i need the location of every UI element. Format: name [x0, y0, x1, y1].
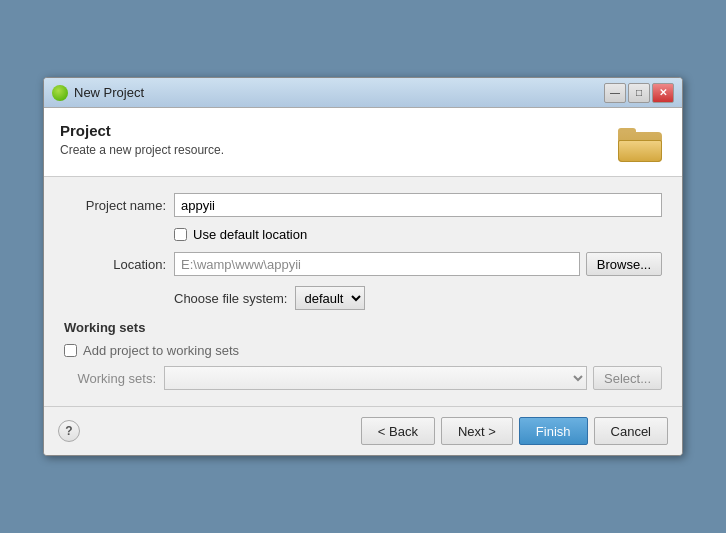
use-default-location-row: Use default location — [64, 227, 662, 242]
folder-icon — [618, 122, 666, 162]
add-to-working-sets-row: Add project to working sets — [64, 343, 662, 358]
location-label: Location: — [64, 257, 174, 272]
next-button[interactable]: Next > — [441, 417, 513, 445]
footer: ? < Back Next > Finish Cancel — [44, 406, 682, 455]
project-name-label: Project name: — [64, 198, 174, 213]
finish-button[interactable]: Finish — [519, 417, 588, 445]
minimize-button[interactable]: — — [604, 83, 626, 103]
browse-button[interactable]: Browse... — [586, 252, 662, 276]
header-title: Project — [60, 122, 224, 139]
header-text: Project Create a new project resource. — [60, 122, 224, 157]
location-row: Location: Browse... — [64, 252, 662, 276]
location-input[interactable] — [174, 252, 580, 276]
add-to-working-sets-checkbox[interactable] — [64, 344, 77, 357]
maximize-button[interactable]: □ — [628, 83, 650, 103]
help-button[interactable]: ? — [58, 420, 80, 442]
footer-buttons: < Back Next > Finish Cancel — [361, 417, 668, 445]
working-sets-section: Working sets Add project to working sets… — [64, 320, 662, 390]
add-to-working-sets-label: Add project to working sets — [83, 343, 239, 358]
project-name-row: Project name: — [64, 193, 662, 217]
filesystem-label: Choose file system: — [174, 291, 287, 306]
working-sets-select[interactable] — [164, 366, 587, 390]
working-sets-select-button[interactable]: Select... — [593, 366, 662, 390]
working-sets-dropdown-label: Working sets: — [64, 371, 164, 386]
window-controls: — □ ✕ — [604, 83, 674, 103]
title-bar: New Project — □ ✕ — [44, 78, 682, 108]
form-section: Project name: Use default location Locat… — [44, 177, 682, 406]
header-subtitle: Create a new project resource. — [60, 143, 224, 157]
app-icon — [52, 85, 68, 101]
back-button[interactable]: < Back — [361, 417, 435, 445]
header-section: Project Create a new project resource. — [44, 108, 682, 177]
cancel-button[interactable]: Cancel — [594, 417, 668, 445]
use-default-location-label: Use default location — [193, 227, 307, 242]
filesystem-select[interactable]: default — [295, 286, 365, 310]
working-sets-dropdown-row: Working sets: Select... — [64, 366, 662, 390]
use-default-location-checkbox[interactable] — [174, 228, 187, 241]
new-project-dialog: New Project — □ ✕ Project Create a new p… — [43, 77, 683, 456]
project-name-input[interactable] — [174, 193, 662, 217]
window-title: New Project — [74, 85, 604, 100]
filesystem-row: Choose file system: default — [64, 286, 662, 310]
working-sets-label: Working sets — [64, 320, 662, 335]
close-button[interactable]: ✕ — [652, 83, 674, 103]
